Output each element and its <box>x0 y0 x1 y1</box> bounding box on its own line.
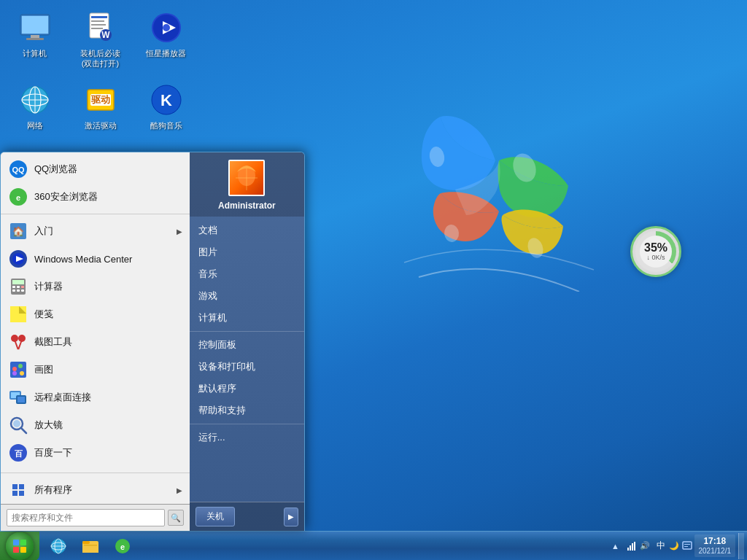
svg-rect-12 <box>91 28 103 29</box>
svg-point-61 <box>13 420 20 427</box>
taskbar-app-explorer[interactable] <box>76 533 105 559</box>
qq-browser-icon: QQ <box>8 159 28 179</box>
start-item-sticky[interactable]: 便笺 <box>1 300 190 328</box>
svg-rect-6 <box>31 35 39 38</box>
clock-display[interactable]: 17:18 2021/12/1 <box>694 534 736 556</box>
tray-network-icon[interactable] <box>626 540 638 552</box>
system-tray: 🔊 <box>623 540 654 552</box>
svg-point-18 <box>163 24 170 31</box>
magnifier-label: 放大镜 <box>34 419 182 432</box>
svg-text:🏠: 🏠 <box>12 225 25 238</box>
tray-lang[interactable]: 中 <box>655 540 667 552</box>
right-item-help[interactable]: 帮助和支持 <box>190 400 304 421</box>
start-search-bar: 🔍 <box>1 504 190 531</box>
start-item-360-browser[interactable]: e 360安全浏览器 <box>1 183 190 211</box>
desktop-icon-activate-driver[interactable]: 驱动 激活驱动 <box>73 79 128 133</box>
right-item-run[interactable]: 运行... <box>190 427 304 448</box>
tray-action-icon[interactable] <box>681 540 693 552</box>
right-item-devices-printers[interactable]: 设备和打印机 <box>190 356 304 378</box>
start-item-paint[interactable]: 画图 <box>1 356 190 384</box>
desktop-icon-network[interactable]: 网络 <box>7 79 62 133</box>
activate-driver-icon: 驱动 <box>83 82 118 117</box>
search-button[interactable]: 🔍 <box>168 510 184 526</box>
start-item-intro[interactable]: 🏠 入门 ▶ <box>1 217 190 245</box>
start-item-qq-browser[interactable]: QQ QQ浏览器 <box>1 155 190 183</box>
magnifier-icon <box>8 415 28 435</box>
svg-rect-87 <box>627 548 629 551</box>
right-item-pictures[interactable]: 图片 <box>190 241 304 263</box>
right-item-documents[interactable]: 文档 <box>190 219 304 241</box>
start-orb <box>6 532 34 560</box>
right-item-computer[interactable]: 计算机 <box>190 307 304 329</box>
svg-rect-91 <box>683 542 692 549</box>
tray-volume-icon[interactable]: 🔊 <box>639 540 651 552</box>
svg-rect-44 <box>17 289 20 292</box>
start-apps-list: QQ QQ浏览器 e 360安全浏览器 🏠 入门 ▶ <box>1 152 190 470</box>
svg-text:驱动: 驱动 <box>90 94 110 105</box>
baidu-label: 百度一下 <box>34 446 182 459</box>
taskbar-app-network[interactable] <box>44 533 73 559</box>
shutdown-button[interactable]: 关机 <box>196 507 235 526</box>
user-profile: Administrator <box>190 152 304 217</box>
help-label: 帮助和支持 <box>198 404 246 417</box>
svg-rect-68 <box>19 491 24 496</box>
net-speed-widget[interactable]: 35% ↓ 0K/s <box>630 226 681 277</box>
games-label: 游戏 <box>198 289 217 303</box>
pictures-label: 图片 <box>198 246 217 259</box>
start-item-baidu[interactable]: 百 百度一下 <box>1 439 190 467</box>
svg-rect-65 <box>12 484 18 489</box>
start-item-magnifier[interactable]: 放大镜 <box>1 411 190 439</box>
start-item-all-programs[interactable]: 所有程序 ▶ <box>1 476 190 504</box>
activate-driver-label: 激活驱动 <box>85 120 117 131</box>
taskbar-right: ▲ 🔊 中 🌙 17:18 2021/12/1 <box>610 533 748 559</box>
svg-rect-83 <box>82 541 90 544</box>
start-item-snip[interactable]: 截图工具 <box>1 328 190 356</box>
net-percent: 35% <box>644 242 667 254</box>
search-input[interactable] <box>7 509 165 526</box>
desktop-icon-install-readme[interactable]: W 装机后必读(双击打开) <box>73 7 128 72</box>
svg-rect-67 <box>12 491 18 496</box>
documents-label: 文档 <box>198 224 217 237</box>
right-divider-2 <box>190 424 304 424</box>
start-bottom-bar: 关机 ▶ <box>190 502 304 531</box>
start-item-remote[interactable]: 远程桌面连接 <box>1 384 190 411</box>
qq-browser-label: QQ浏览器 <box>34 163 182 176</box>
start-right-items-list: 文档 图片 音乐 游戏 计算机 控制面板 <box>190 217 304 502</box>
desktop-icon-kkuai-music[interactable]: K 酷狗音乐 <box>139 79 193 133</box>
desktop-icon-hengxing-player[interactable]: 恒星播放器 <box>139 7 193 72</box>
taskbar-app-ie[interactable]: e <box>108 533 137 559</box>
start-item-calculator[interactable]: 计算器 <box>1 273 190 300</box>
user-name: Administrator <box>218 201 276 211</box>
start-button[interactable] <box>0 532 39 561</box>
computer-icon <box>18 10 53 45</box>
start-menu-left: QQ QQ浏览器 e 360安全浏览器 🏠 入门 ▶ <box>1 152 190 531</box>
svg-text:e: e <box>16 193 20 202</box>
kkuai-music-label: 酷狗音乐 <box>150 120 182 131</box>
360-browser-label: 360安全浏览器 <box>34 190 182 203</box>
svg-rect-90 <box>634 542 635 551</box>
start-item-wmc[interactable]: Windows Media Center <box>1 245 190 273</box>
svg-rect-88 <box>630 545 631 551</box>
right-item-games[interactable]: 游戏 <box>190 285 304 307</box>
wmc-label: Windows Media Center <box>34 254 182 265</box>
svg-rect-73 <box>13 540 19 545</box>
svg-rect-76 <box>20 547 26 553</box>
shutdown-arrow-button[interactable]: ▶ <box>284 508 298 526</box>
start-menu: QQ QQ浏览器 e 360安全浏览器 🏠 入门 ▶ <box>0 152 305 531</box>
tray-moon-icon[interactable]: 🌙 <box>668 540 680 552</box>
svg-rect-9 <box>91 16 107 18</box>
svg-rect-11 <box>91 24 106 26</box>
baidu-icon: 百 <box>8 443 28 463</box>
taskbar-apps: e <box>39 532 142 561</box>
user-avatar[interactable] <box>228 160 265 196</box>
remote-icon <box>8 387 28 408</box>
tray-expand[interactable]: ▲ <box>610 540 622 552</box>
right-item-music[interactable]: 音乐 <box>190 263 304 285</box>
show-desktop-button[interactable] <box>738 533 744 559</box>
svg-text:W: W <box>101 30 110 40</box>
right-item-default-programs[interactable]: 默认程序 <box>190 378 304 400</box>
svg-rect-5 <box>22 16 48 34</box>
desktop-icon-computer[interactable]: 计算机 <box>7 7 62 72</box>
right-item-control-panel[interactable]: 控制面板 <box>190 334 304 356</box>
svg-rect-93 <box>684 546 688 547</box>
